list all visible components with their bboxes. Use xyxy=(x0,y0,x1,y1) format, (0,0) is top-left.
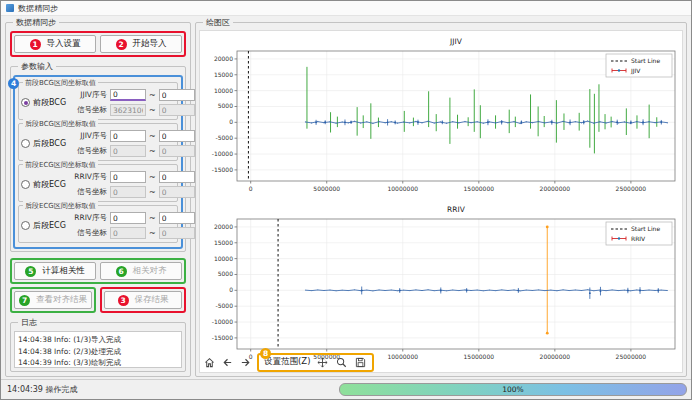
front-bcg-radio[interactable]: 前段BCG xyxy=(21,97,71,108)
forward-arrow-icon[interactable] xyxy=(239,356,252,369)
rear-bcg-radio[interactable]: 后段BCG xyxy=(21,138,71,149)
left-panel-group: 数据精同步 1 导入设置 2 开始导入 参数输入 4 前段BCG区间坐标取值 xyxy=(5,22,191,377)
rear-ecg-radio[interactable]: 后段ECG xyxy=(21,220,71,231)
svg-text:0: 0 xyxy=(229,286,233,293)
svg-text:15000: 15000 xyxy=(214,239,233,246)
signal-coord-label: 信号坐标 xyxy=(71,228,107,238)
svg-text:20000: 20000 xyxy=(214,223,233,230)
front-ecg-title: 前段ECG区间坐标取值 xyxy=(23,160,98,170)
front-ecg-radio[interactable]: 前段ECG xyxy=(21,179,71,190)
signal-coord-from-input[interactable] xyxy=(110,145,146,157)
status-bar: 14:04:39 操作完成 100% xyxy=(1,379,691,399)
save-result-highlight: 3 保存结果 xyxy=(100,287,186,313)
jjiv-chart[interactable]: 0500000010000000150000002000000025000000… xyxy=(201,31,683,199)
rear-ecg-subgroup: 后段ECG区间坐标取值 后段ECG RRIV序号 ~ xyxy=(18,205,178,243)
step-badge-5: 5 xyxy=(25,266,36,277)
radio-icon[interactable] xyxy=(21,221,30,230)
signal-coord-to-input[interactable] xyxy=(159,104,195,116)
rear-bcg-title: 后段BCG区间坐标取值 xyxy=(23,119,98,129)
svg-text:15000000: 15000000 xyxy=(464,185,495,192)
signal-coord-to-input[interactable] xyxy=(159,186,195,198)
title-bar[interactable]: 数据精同步 xyxy=(1,1,691,16)
signal-coord-to-input[interactable] xyxy=(159,227,195,239)
tilde: ~ xyxy=(149,214,156,223)
rriv-index-label: RRIV序号 xyxy=(71,213,107,223)
save-icon[interactable] xyxy=(354,356,367,369)
svg-text:RRIV: RRIV xyxy=(447,205,466,214)
rear-bcg-radio-label: 后段BCG xyxy=(33,138,66,149)
pan-icon[interactable] xyxy=(316,356,329,369)
rear-ecg-title: 后段ECG区间坐标取值 xyxy=(23,201,98,211)
jjiv-index-from-input[interactable] xyxy=(110,89,146,101)
radio-icon[interactable] xyxy=(21,139,30,148)
rriv-index-to-input[interactable] xyxy=(159,171,195,183)
step-badge-6: 6 xyxy=(116,266,127,277)
svg-text:Start Line: Start Line xyxy=(631,225,660,232)
rriv-index-to-input[interactable] xyxy=(159,212,195,224)
correlation-align-button[interactable]: 6 相关对齐 xyxy=(100,262,182,280)
save-result-label: 保存结果 xyxy=(135,294,169,306)
back-arrow-icon[interactable] xyxy=(221,356,234,369)
range-toolbar-highlight: 8 设置范围(Z) xyxy=(257,353,374,372)
tilde: ~ xyxy=(149,132,156,141)
svg-text:20000000: 20000000 xyxy=(540,353,571,360)
view-align-result-button[interactable]: 7 查看对齐结果 xyxy=(14,291,92,309)
figure-canvas[interactable]: 0500000010000000150000002000000025000000… xyxy=(199,30,683,373)
window-title: 数据精同步 xyxy=(18,3,58,14)
svg-text:25000000: 25000000 xyxy=(616,185,647,192)
rear-ecg-radio-label: 后段ECG xyxy=(33,220,66,231)
compute-correlation-button[interactable]: 5 计算相关性 xyxy=(14,262,96,280)
svg-text:10000: 10000 xyxy=(214,87,233,94)
signal-coord-to-input[interactable] xyxy=(159,145,195,157)
progress-label: 100% xyxy=(502,385,523,394)
svg-text:10000000: 10000000 xyxy=(387,353,418,360)
svg-text:RRIV: RRIV xyxy=(631,235,646,242)
param-highlight: 4 前段BCG区间坐标取值 前段BCG JJIV序号 ~ xyxy=(13,75,183,249)
svg-text:-15000: -15000 xyxy=(212,166,233,173)
signal-coord-from-input[interactable] xyxy=(110,186,146,198)
plot-group-label: 绘图区 xyxy=(203,17,233,28)
log-line: 14:04:39 Info: (3/3)绘制完成 xyxy=(18,357,178,368)
tilde: ~ xyxy=(149,147,156,156)
signal-coord-from-input[interactable] xyxy=(110,104,146,116)
import-settings-button[interactable]: 1 导入设置 xyxy=(14,35,96,53)
param-input-group: 参数输入 4 前段BCG区间坐标取值 前段BCG JJIV序号 xyxy=(10,66,186,252)
set-range-button[interactable]: 设置范围(Z) xyxy=(264,356,310,368)
step-badge-2: 2 xyxy=(116,39,127,50)
param-group-label: 参数输入 xyxy=(18,61,56,72)
home-icon[interactable] xyxy=(203,356,216,369)
app-window: 数据精同步 数据精同步 1 导入设置 2 开始导入 参数输入 4 xyxy=(0,0,692,400)
svg-text:-10000: -10000 xyxy=(212,150,233,157)
radio-icon[interactable] xyxy=(21,98,30,107)
log-group-label: 日志 xyxy=(18,317,40,328)
svg-text:Start Line: Start Line xyxy=(631,57,660,64)
signal-coord-from-input[interactable] xyxy=(110,227,146,239)
save-result-button[interactable]: 3 保存结果 xyxy=(104,291,182,309)
jjiv-index-from-input[interactable] xyxy=(110,130,146,142)
front-bcg-subgroup: 前段BCG区间坐标取值 前段BCG JJIV序号 ~ xyxy=(18,82,178,120)
import-settings-label: 导入设置 xyxy=(47,38,81,50)
rriv-chart[interactable]: 0500000010000000150000002000000025000000… xyxy=(201,199,683,367)
action-buttons: 5 计算相关性 6 相关对齐 7 查看对齐结果 xyxy=(10,258,186,313)
svg-text:-5000: -5000 xyxy=(216,134,234,141)
main-area: 数据精同步 1 导入设置 2 开始导入 参数输入 4 前段BCG区间坐标取值 xyxy=(1,16,691,379)
log-list[interactable]: 14:04:38 Info: (1/3)导入完成 14:04:38 Info: … xyxy=(14,331,182,368)
log-line: 14:04:38 Info: (2/3)处理完成 xyxy=(18,346,178,358)
rriv-index-from-input[interactable] xyxy=(110,212,146,224)
svg-text:5000: 5000 xyxy=(218,270,233,277)
svg-text:0: 0 xyxy=(229,118,233,125)
rriv-index-from-input[interactable] xyxy=(110,171,146,183)
zoom-icon[interactable] xyxy=(335,356,348,369)
front-ecg-radio-label: 前段ECG xyxy=(33,179,66,190)
status-message: 14:04:39 操作完成 xyxy=(7,384,331,395)
jjiv-index-to-input[interactable] xyxy=(159,89,195,101)
radio-icon[interactable] xyxy=(21,180,30,189)
rear-bcg-subgroup: 后段BCG区间坐标取值 后段BCG JJIV序号 ~ xyxy=(18,123,178,161)
step-badge-8: 8 xyxy=(260,348,271,359)
jjiv-index-to-input[interactable] xyxy=(159,130,195,142)
svg-text:15000: 15000 xyxy=(214,71,233,78)
start-import-label: 开始导入 xyxy=(133,38,167,50)
svg-text:5000: 5000 xyxy=(218,102,233,109)
start-import-button[interactable]: 2 开始导入 xyxy=(100,35,182,53)
compute-align-highlight: 5 计算相关性 6 相关对齐 xyxy=(10,258,186,284)
